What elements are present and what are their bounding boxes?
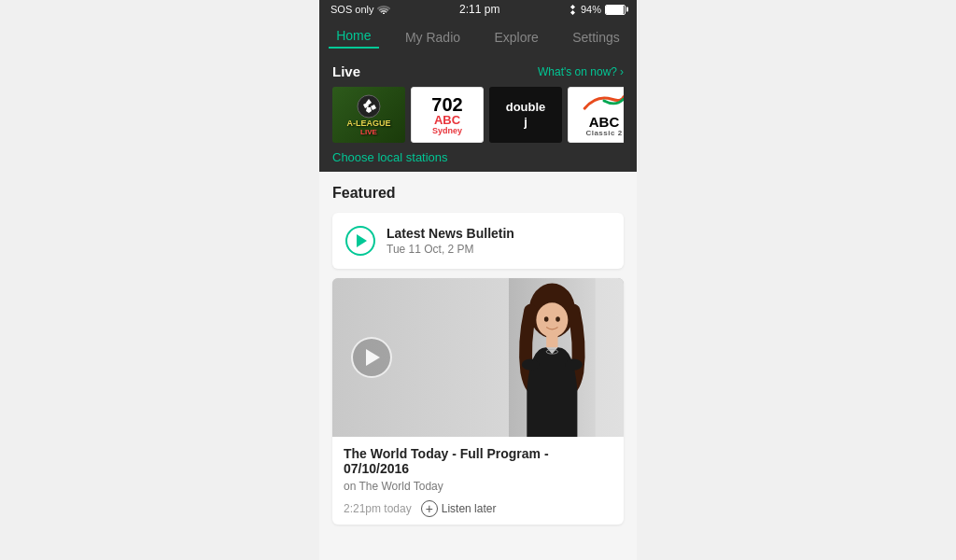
featured-card-subtitle: on The World Today <box>344 480 612 493</box>
abc702-city: Sydney <box>432 126 462 135</box>
choose-local-link[interactable]: Choose local stations <box>332 150 624 164</box>
station-702abc[interactable]: 702 ABC Sydney <box>411 87 484 143</box>
nav-my-radio[interactable]: My Radio <box>398 28 468 47</box>
featured-card-footer: 2:21pm today + Listen later <box>344 500 612 517</box>
bluetooth-icon <box>569 4 577 16</box>
svg-point-7 <box>537 302 569 337</box>
phone-frame: SOS only 2:11 pm 94% Home My Radio Explo… <box>319 0 637 560</box>
featured-title: Featured <box>332 185 624 202</box>
news-bulletin-card[interactable]: Latest News Bulletin Tue 11 Oct, 2 PM <box>332 213 624 269</box>
listen-later-button[interactable]: + Listen later <box>421 500 497 517</box>
abc702-number: 702 <box>431 95 462 114</box>
status-bar: SOS only 2:11 pm 94% <box>319 0 637 19</box>
battery-icon <box>605 5 626 15</box>
listen-later-text: Listen later <box>442 502 497 515</box>
svg-point-10 <box>566 359 583 371</box>
world-today-card[interactable]: The World Today - Full Program - 07/10/2… <box>332 278 624 525</box>
status-time: 2:11 pm <box>459 3 499 16</box>
featured-image <box>332 278 624 437</box>
live-title: Live <box>332 63 360 79</box>
svg-point-12 <box>556 316 561 321</box>
news-info: Latest News Bulletin Tue 11 Oct, 2 PM <box>387 226 514 256</box>
station-classic2[interactable]: ABC Classic 2 <box>568 87 624 143</box>
play-overlay-triangle-icon <box>366 349 380 366</box>
news-date: Tue 11 Oct, 2 PM <box>387 243 514 256</box>
featured-play-button[interactable] <box>351 337 392 378</box>
abc702-name: ABC <box>434 114 460 126</box>
live-section: Live What's on now? › <box>319 54 637 172</box>
status-left: SOS only <box>330 4 390 15</box>
featured-play-overlay <box>351 337 392 378</box>
battery-percent: 94% <box>581 4 601 15</box>
sos-text: SOS only <box>330 4 373 15</box>
soccer-ball-icon <box>356 93 382 119</box>
classic2-swoosh-icon <box>581 92 624 113</box>
classic2-abc: ABC <box>589 115 620 129</box>
doublej-text: doublej <box>506 100 546 129</box>
news-title: Latest News Bulletin <box>387 226 514 241</box>
featured-card-title: The World Today - Full Program - 07/10/2… <box>344 446 612 476</box>
station-doublej[interactable]: doublej <box>489 87 562 143</box>
plus-circle-icon: + <box>421 500 438 517</box>
live-header: Live What's on now? › <box>332 63 624 79</box>
classic2-label: Classic 2 <box>585 129 622 137</box>
play-triangle-icon <box>357 234 367 247</box>
person-silhouette-icon <box>509 278 596 437</box>
svg-rect-8 <box>546 334 557 347</box>
main-content: Featured Latest News Bulletin Tue 11 Oct… <box>319 172 637 560</box>
stations-row: A-LEAGUE LIVE 702 ABC Sydney doublej <box>332 87 624 143</box>
featured-card-body: The World Today - Full Program - 07/10/2… <box>332 437 624 525</box>
battery-fill <box>606 6 624 14</box>
wifi-icon <box>377 5 390 14</box>
whats-on-text: What's on now? <box>538 65 617 78</box>
news-play-button[interactable] <box>345 226 375 256</box>
nav-settings[interactable]: Settings <box>565 28 627 47</box>
aleague-name: A-LEAGUE LIVE <box>347 119 391 137</box>
nav-bar: Home My Radio Explore Settings <box>319 19 637 54</box>
featured-card-time: 2:21pm today <box>344 502 412 515</box>
whats-on-link[interactable]: What's on now? › <box>538 65 624 78</box>
nav-home[interactable]: Home <box>329 26 378 49</box>
svg-point-9 <box>522 359 540 371</box>
chevron-right-icon: › <box>620 65 624 78</box>
aleague-line2: LIVE <box>347 129 391 137</box>
svg-point-11 <box>544 316 549 321</box>
status-right: 94% <box>569 4 626 16</box>
station-aleague[interactable]: A-LEAGUE LIVE <box>332 87 405 143</box>
nav-explore[interactable]: Explore <box>486 28 545 47</box>
